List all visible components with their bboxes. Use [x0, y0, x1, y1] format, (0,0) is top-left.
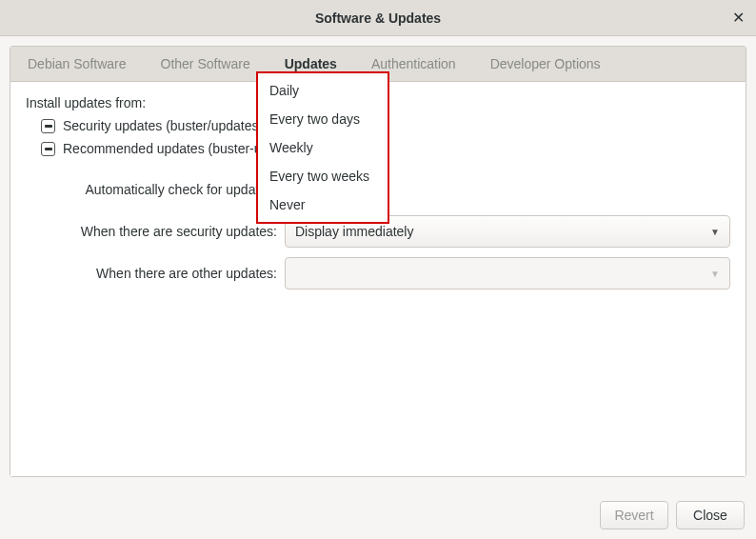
- security-updates-action-label: When there are security updates:: [26, 224, 285, 239]
- dropdown-option-two-days[interactable]: Every two days: [258, 105, 388, 133]
- titlebar: Software & Updates ✕: [0, 0, 756, 36]
- other-updates-action-label: When there are other updates:: [26, 266, 285, 281]
- chevron-down-icon: ▼: [710, 269, 720, 279]
- dropdown-option-never[interactable]: Never: [258, 190, 388, 219]
- dropdown-option-weekly[interactable]: Weekly: [258, 133, 388, 162]
- dropdown-option-daily[interactable]: Daily: [258, 76, 388, 105]
- checkbox-indeterminate-icon[interactable]: [41, 142, 55, 156]
- auto-check-label: Automatically check for updates:: [26, 182, 285, 197]
- close-icon[interactable]: ✕: [732, 10, 745, 26]
- content-area: Debian Software Other Software Updates A…: [0, 36, 756, 477]
- dropdown-option-two-weeks[interactable]: Every two weeks: [258, 162, 388, 190]
- footer: Revert Close: [0, 491, 756, 539]
- other-updates-combo: ▼: [285, 257, 730, 289]
- tab-debian-software[interactable]: Debian Software: [10, 47, 144, 81]
- close-button[interactable]: Close: [676, 501, 745, 529]
- revert-button: Revert: [600, 501, 668, 529]
- security-updates-combo-value: Display immediately: [295, 224, 413, 239]
- tab-developer-options[interactable]: Developer Options: [473, 47, 618, 81]
- chevron-down-icon: ▼: [710, 227, 720, 237]
- auto-check-dropdown: Daily Every two days Weekly Every two we…: [256, 71, 389, 224]
- checkbox-indeterminate-icon[interactable]: [41, 119, 55, 133]
- security-updates-label: Security updates (buster/updates): [63, 118, 263, 133]
- window-title: Software & Updates: [315, 10, 441, 26]
- tab-other-software[interactable]: Other Software: [144, 47, 268, 81]
